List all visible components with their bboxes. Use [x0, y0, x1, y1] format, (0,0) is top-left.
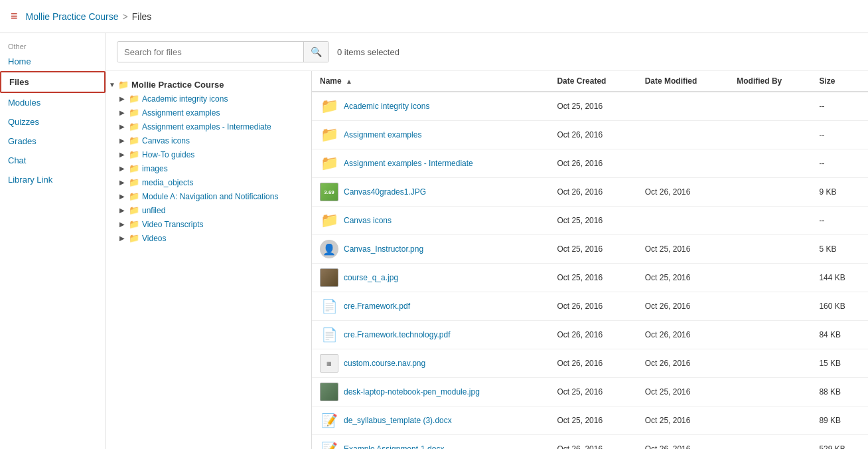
file-modified-by	[729, 92, 811, 121]
tree-folder-icon-assignment: 📁	[129, 108, 139, 118]
file-date-modified	[637, 121, 729, 149]
file-modified-by	[729, 264, 811, 292]
file-name-link[interactable]: course_q_a.jpg	[344, 273, 398, 282]
file-date-modified	[637, 92, 729, 121]
pdf-icon: 📄	[320, 325, 338, 344]
file-name-cell: 📁 Assignment examples - Intermediate	[312, 149, 549, 178]
top-header: ≡ Mollie Practice Course > Files	[0, 0, 868, 33]
tree-item-howto[interactable]: ▶ 📁 How-To guides	[117, 147, 311, 161]
tree-folder-icon-howto: 📁	[129, 149, 139, 159]
tree-label-videos: Videos	[142, 234, 166, 243]
file-date-created: Oct 26, 2016	[549, 149, 636, 178]
tree-folder-icon-unfiled: 📁	[129, 205, 139, 215]
tree-item-media[interactable]: ▶ 📁 media_objects	[117, 175, 311, 189]
tree-root-item[interactable]: ▼ 📁 Mollie Practice Course	[106, 78, 311, 92]
table-row: course_q_a.jpg Oct 25, 2016 Oct 25, 2016…	[312, 264, 868, 292]
file-name-link[interactable]: cre.Framework.pdf	[344, 302, 410, 311]
sidebar-item-home[interactable]: Home	[0, 52, 106, 71]
tree-label-video-transcripts: Video Transcripts	[142, 220, 204, 229]
tree-item-video-transcripts[interactable]: ▶ 📁 Video Transcripts	[117, 217, 311, 231]
sidebar-item-library-link[interactable]: Library Link	[0, 170, 106, 189]
file-size: --	[811, 149, 868, 178]
file-name-link[interactable]: Assignment examples - Intermediate	[344, 159, 473, 168]
file-table-body: 📁 Academic integrity icons Oct 25, 2016 …	[312, 92, 868, 449]
file-name-link[interactable]: desk-laptop-notebook-pen_module.jpg	[344, 387, 480, 397]
pdf-icon: 📄	[320, 297, 338, 315]
file-name-cell: 📄 cre.Framework.technology.pdf	[312, 321, 549, 349]
file-modified-by	[729, 321, 811, 349]
file-date-modified: Oct 26, 2016	[637, 178, 729, 207]
file-name-cell: ▦ custom.course.nav.png	[312, 349, 549, 378]
breadcrumb-course[interactable]: Mollie Practice Course	[26, 11, 119, 22]
tree-item-images[interactable]: ▶ 📁 images	[117, 161, 311, 175]
file-name-link[interactable]: Canvas icons	[344, 216, 392, 225]
file-name-cell: 📝 de_syllabus_template (3).docx	[312, 406, 549, 435]
folder-icon: 📁	[320, 211, 338, 230]
file-modified-by	[729, 292, 811, 321]
file-modified-by	[729, 207, 811, 235]
file-date-created: Oct 26, 2016	[549, 292, 636, 321]
sidebar-item-files[interactable]: Files	[0, 71, 106, 93]
table-row: desk-laptop-notebook-pen_module.jpg Oct …	[312, 378, 868, 406]
file-name-link[interactable]: Academic integrity icons	[344, 102, 429, 111]
tree-item-academic[interactable]: ▶ 📁 Academic integrity icons	[117, 92, 311, 106]
breadcrumb-separator: >	[123, 11, 128, 22]
hamburger-menu-icon[interactable]: ≡	[11, 9, 18, 23]
file-name-link[interactable]: Assignment examples	[344, 130, 421, 139]
toolbar: 🔍 0 items selected	[106, 33, 868, 71]
file-size: 144 KB	[811, 264, 868, 292]
file-date-modified	[637, 149, 729, 178]
sort-arrow-name: ▲	[346, 78, 352, 85]
search-input[interactable]	[117, 43, 303, 62]
tree-arrow-module-a: ▶	[119, 193, 127, 200]
breadcrumb: Mollie Practice Course > Files	[26, 11, 152, 22]
tree-item-videos[interactable]: ▶ 📁 Videos	[117, 231, 311, 245]
file-date-created: Oct 25, 2016	[549, 235, 636, 264]
sidebar: Other Home Files Modules Quizzes Grades …	[0, 33, 106, 449]
tree-arrow-media: ▶	[119, 179, 127, 186]
sidebar-item-grades[interactable]: Grades	[0, 132, 106, 151]
file-modified-by	[729, 178, 811, 207]
table-row: 📝 Example Assignment-1.docx Oct 26, 2016…	[312, 435, 868, 450]
search-button[interactable]: 🔍	[303, 42, 328, 62]
table-header-row: Name ▲ Date Created Date Modified Modifi…	[312, 71, 868, 92]
image-thumbnail-icon	[320, 383, 338, 401]
file-date-created: Oct 26, 2016	[549, 435, 636, 450]
tree-arrow-videos: ▶	[119, 234, 127, 242]
tree-item-module-a[interactable]: ▶ 📁 Module A: Navigation and Notificatio…	[117, 189, 311, 203]
tree-folder-icon-videos: 📁	[129, 233, 139, 243]
file-date-modified: Oct 26, 2016	[637, 292, 729, 321]
sidebar-item-quizzes[interactable]: Quizzes	[0, 112, 106, 132]
file-name-cell: 📁 Assignment examples	[312, 121, 549, 149]
col-header-name[interactable]: Name ▲	[312, 71, 549, 92]
file-size: 160 KB	[811, 292, 868, 321]
file-name-link[interactable]: de_syllabus_template (3).docx	[344, 416, 452, 425]
sidebar-item-modules[interactable]: Modules	[0, 93, 106, 112]
file-size: --	[811, 121, 868, 149]
file-name-link[interactable]: custom.course.nav.png	[344, 359, 425, 368]
tree-label-canvas-icons: Canvas icons	[142, 136, 190, 145]
file-date-modified: Oct 26, 2016	[637, 435, 729, 450]
tree-arrow-assignment-int: ▶	[119, 123, 127, 130]
image-thumbnail-icon: 3.69	[320, 183, 338, 201]
file-date-created: Oct 26, 2016	[549, 178, 636, 207]
file-name-link[interactable]: Canvas40grades1.JPG	[344, 187, 426, 197]
file-name-link[interactable]: Example Assignment-1.docx	[344, 444, 444, 449]
file-modified-by	[729, 349, 811, 378]
folder-icon: 📁	[320, 126, 338, 144]
sidebar-item-chat[interactable]: Chat	[0, 151, 106, 170]
table-row: 📄 cre.Framework.technology.pdf Oct 26, 2…	[312, 321, 868, 349]
tree-item-assignment-int[interactable]: ▶ 📁 Assignment examples - Intermediate	[117, 120, 311, 134]
file-size: 5 KB	[811, 235, 868, 264]
col-header-date-created: Date Created	[549, 71, 636, 92]
file-name-cell: 📁 Canvas icons	[312, 207, 549, 235]
tree-item-unfiled[interactable]: ▶ 📁 unfiled	[117, 203, 311, 217]
file-name-link[interactable]: cre.Framework.technology.pdf	[344, 330, 451, 339]
file-date-created: Oct 25, 2016	[549, 207, 636, 235]
tree-item-assignment[interactable]: ▶ 📁 Assignment examples	[117, 106, 311, 120]
tree-arrow-unfiled: ▶	[119, 207, 127, 214]
tree-label-unfiled: unfiled	[142, 206, 165, 215]
file-name-link[interactable]: Canvas_Instructor.png	[344, 244, 423, 254]
tree-item-canvas-icons[interactable]: ▶ 📁 Canvas icons	[117, 134, 311, 147]
file-name-cell: 👤 Canvas_Instructor.png	[312, 235, 549, 264]
